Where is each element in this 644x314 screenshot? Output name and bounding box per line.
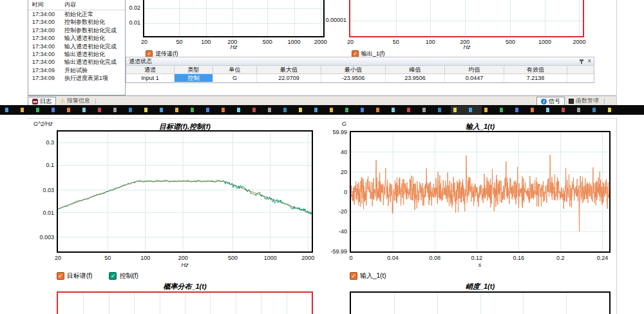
y-tick-label: 0.3 — [28, 139, 54, 146]
taskbar-app-icon[interactable] — [500, 108, 503, 112]
y-tick-label: -40 — [321, 228, 347, 235]
y-tick-label: 20 — [321, 169, 347, 175]
legend-checkbox[interactable]: ✓ — [350, 272, 357, 280]
log-col-time: 时间 — [28, 0, 64, 10]
legend-item[interactable]: ✓目标谱(f) — [57, 271, 92, 280]
taskbar-app-icon[interactable] — [268, 108, 271, 112]
taskbar-app-icon[interactable] — [113, 108, 117, 112]
log-entry-text: 输入通道初始化完成 — [64, 43, 117, 50]
column-header[interactable]: 单位 — [213, 66, 257, 74]
output-spectrum-plot[interactable] — [349, 0, 584, 37]
taskbar-app-icon[interactable] — [438, 108, 441, 112]
taskbar-app-icon[interactable] — [191, 108, 194, 112]
table-cell: 22.0709 — [257, 74, 321, 83]
taskbar-app-icon[interactable] — [299, 108, 302, 112]
taskbar-app-icon[interactable] — [206, 108, 209, 112]
probability-plot-area[interactable] — [57, 291, 313, 314]
x-tick-label: 0.04 — [380, 255, 406, 261]
log-entry-text: 输出通道初始化完成 — [64, 58, 117, 66]
legend-item[interactable]: ✓输入_1(t) — [350, 271, 386, 280]
log-entry: 17:34:00输出通道初始化 — [28, 50, 125, 58]
taskbar-app-icon[interactable] — [160, 108, 163, 112]
taskbar-app-icon[interactable] — [345, 108, 348, 112]
time-x-axis-unit: s — [470, 262, 489, 268]
taskbar-app-icon[interactable] — [531, 108, 534, 112]
probability-chart-title: 概率分布_1(t) — [57, 282, 313, 291]
legend-checkbox[interactable]: ✓ — [57, 272, 64, 280]
taskbar-app-icon[interactable] — [67, 108, 70, 112]
taskbar-app-icon[interactable] — [144, 108, 147, 112]
taskbar-app-icon[interactable] — [376, 108, 379, 112]
taskbar-app-icon[interactable] — [175, 108, 178, 112]
taskbar-app-icon[interactable] — [330, 108, 333, 112]
gridline-vertical — [210, 293, 211, 314]
signal-display-window: G^2/Hz 目标谱(f),控制(f) Hz ✓目标谱(f)✓控制(f) G 输… — [0, 115, 644, 314]
taskbar-app-icon[interactable] — [237, 108, 240, 112]
taskbar-app-icon[interactable] — [453, 108, 457, 112]
inverse-transfer-plot[interactable] — [143, 0, 325, 37]
taskbar-app-icon[interactable] — [222, 108, 225, 112]
gridline-vertical — [510, 0, 511, 36]
psd-y-axis-unit: G^2/Hz — [33, 121, 53, 127]
column-header[interactable]: 通道 — [126, 66, 175, 74]
taskbar-app-icon[interactable] — [5, 108, 8, 112]
legend-item[interactable]: ✓控制(f) — [109, 271, 138, 280]
gridline-horizontal — [144, 8, 323, 9]
x-tick-label: 100 — [193, 39, 219, 45]
window-right-edge — [616, 118, 617, 314]
table-cell: 0.0447 — [445, 74, 504, 83]
taskbar-app-icon[interactable] — [484, 108, 488, 112]
tab-signal-label: 信号 — [549, 97, 560, 106]
x-tick-label: 20 — [131, 39, 157, 45]
x-tick-label: 50 — [166, 39, 192, 45]
taskbar-app-icon[interactable] — [283, 108, 287, 112]
taskbar-app-icon[interactable] — [515, 108, 518, 112]
log-entry: 17:34:00初始化正常 — [28, 10, 125, 18]
column-header[interactable]: 最小值 — [321, 66, 386, 74]
taskbar-app-icon[interactable] — [546, 108, 549, 112]
kurtosis-plot-area[interactable] — [350, 291, 611, 314]
taskbar-app-icon[interactable] — [608, 108, 611, 112]
taskbar-app-icon[interactable] — [361, 108, 364, 112]
close-icon[interactable]: × — [587, 58, 591, 64]
taskbar-app-icon[interactable] — [407, 108, 410, 112]
time-plot-area[interactable] — [350, 131, 611, 253]
log-entry-time: 17:34:00 — [28, 58, 64, 66]
log-entries: 17:34:00初始化正常17:34:00控制参数初始化17:34:00控制参数… — [28, 10, 125, 83]
column-header[interactable]: 均值 — [445, 66, 504, 74]
taskbar-app-icon[interactable] — [392, 108, 395, 112]
tab-alarm-info[interactable]: ⚠ 报警信息 — [56, 97, 94, 105]
pin-icon[interactable] — [581, 59, 582, 64]
taskbar-app-icon[interactable] — [562, 108, 565, 112]
windows-taskbar[interactable] — [0, 105, 644, 115]
taskbar-app-icon[interactable] — [422, 108, 426, 112]
y-tick-label: 0.003 — [28, 234, 54, 240]
taskbar-app-icon[interactable] — [82, 108, 86, 112]
column-header[interactable]: 有效值 — [504, 66, 567, 74]
x-tick-label: 1000 — [532, 39, 558, 45]
taskbar-app-icon[interactable] — [314, 108, 317, 112]
taskbar-app-icon[interactable] — [469, 108, 472, 112]
taskbar-app-icon[interactable] — [252, 108, 256, 112]
taskbar-app-icon[interactable] — [21, 108, 24, 112]
taskbar-app-icon[interactable] — [129, 108, 132, 112]
tab-signal[interactable]: i 信号 — [536, 97, 565, 105]
column-header[interactable]: 最大值 — [257, 66, 321, 74]
psd-plot-area[interactable] — [57, 130, 313, 253]
tab-log[interactable]: ▬ 日志 — [28, 97, 56, 105]
log-entry: 17:34:00控制参数初始化完成 — [28, 26, 125, 34]
y-tick-label: 59.99 — [321, 129, 347, 135]
legend-checkbox[interactable]: ✓ — [109, 272, 117, 280]
gridline-vertical — [232, 0, 233, 36]
column-header[interactable]: 峰值 — [386, 66, 445, 74]
taskbar-app-icon[interactable] — [98, 108, 101, 112]
log-tabbar: ▬ 日志 ⚠ 报警信息 | — [28, 97, 97, 105]
table-row[interactable]: Input 1控制G22.0709-23.950623.95060.04477.… — [126, 74, 594, 83]
tab-function-manager[interactable]: 函数管理 — [565, 97, 603, 105]
column-header[interactable]: 类型 — [175, 66, 213, 74]
taskbar-app-icon[interactable] — [36, 108, 39, 112]
taskbar-app-icon[interactable] — [577, 108, 580, 112]
y-tick-label: 0.01 — [115, 19, 140, 26]
taskbar-app-icon[interactable] — [592, 108, 596, 112]
taskbar-app-icon[interactable] — [52, 108, 55, 112]
